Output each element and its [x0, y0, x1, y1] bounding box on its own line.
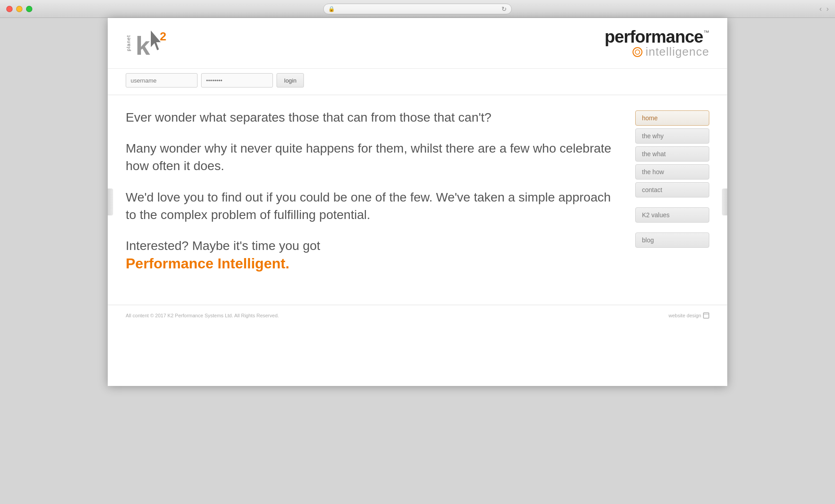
main-layout: Ever wonder what separates those that ca…: [108, 95, 727, 305]
forward-arrow-icon[interactable]: ›: [826, 5, 829, 13]
nav-the-how[interactable]: the how: [635, 164, 709, 180]
minimize-button[interactable]: [16, 6, 22, 12]
mac-titlebar: 🔒 ↻ ‹ ›: [0, 0, 835, 18]
right-nav: home the why the what the how contact K2…: [635, 109, 709, 287]
nav-spacer: [635, 200, 709, 205]
nav-blog[interactable]: blog: [635, 232, 709, 248]
nav-the-what[interactable]: the what: [635, 146, 709, 162]
login-bar: login: [108, 68, 727, 95]
intelligence-text: intelligence: [646, 45, 709, 59]
nav-k2-values[interactable]: K2 values: [635, 207, 709, 223]
back-arrow-icon[interactable]: ‹: [819, 5, 822, 13]
content-para-1: Ever wonder what separates those that ca…: [126, 109, 617, 126]
content-area: Ever wonder what separates those that ca…: [126, 109, 626, 287]
logo-planet-text: planet: [126, 35, 131, 51]
password-input[interactable]: [201, 73, 273, 88]
logo-container: planet k 2: [126, 27, 171, 59]
nav-the-why[interactable]: the why: [635, 128, 709, 144]
browser-content: planet k 2 performance ™: [0, 18, 835, 504]
close-button[interactable]: [6, 6, 13, 12]
tm-text: ™: [703, 29, 709, 36]
svg-text:2: 2: [160, 30, 166, 43]
content-para-2: Many wonder why it never quite happens f…: [126, 140, 617, 175]
svg-rect-5: [703, 313, 709, 318]
content-para-4-line1: Interested? Maybe it's time you got: [126, 239, 320, 253]
website-window: planet k 2 performance ™: [108, 18, 727, 386]
left-edge-handle: [108, 188, 113, 215]
perf-circle-icon: [632, 47, 643, 57]
svg-text:k: k: [136, 31, 150, 59]
lock-icon: 🔒: [328, 6, 335, 12]
username-input[interactable]: [126, 73, 198, 88]
nav-spacer-2: [635, 225, 709, 230]
address-bar[interactable]: 🔒 ↻: [323, 4, 512, 14]
content-para-4-line2: Performance Intelligent.: [126, 255, 290, 272]
site-footer: All content © 2017 K2 Performance System…: [108, 305, 727, 326]
login-button[interactable]: login: [277, 73, 304, 88]
svg-point-3: [633, 48, 642, 57]
performance-text: performance: [605, 27, 703, 47]
perf-intelligence-logo: performance ™ intelligence: [605, 27, 709, 59]
nav-contact[interactable]: contact: [635, 182, 709, 197]
website-design-icon: [703, 312, 709, 319]
content-para-4: Interested? Maybe it's time you got Perf…: [126, 237, 617, 273]
footer-right: website design: [668, 312, 709, 319]
content-para-3: We'd love you to find out if you could b…: [126, 188, 617, 224]
refresh-icon[interactable]: ↻: [501, 5, 507, 13]
svg-point-4: [635, 50, 640, 54]
website-design-text: website design: [668, 313, 701, 318]
maximize-button[interactable]: [26, 6, 32, 12]
right-edge-handle: [722, 188, 727, 215]
nav-home[interactable]: home: [635, 110, 709, 126]
svg-marker-1: [151, 31, 161, 50]
logo-icon: k 2: [135, 27, 171, 59]
footer-copyright: All content © 2017 K2 Performance System…: [126, 313, 279, 318]
nav-arrows: ‹ ›: [819, 5, 829, 13]
site-header: planet k 2 performance ™: [108, 18, 727, 68]
